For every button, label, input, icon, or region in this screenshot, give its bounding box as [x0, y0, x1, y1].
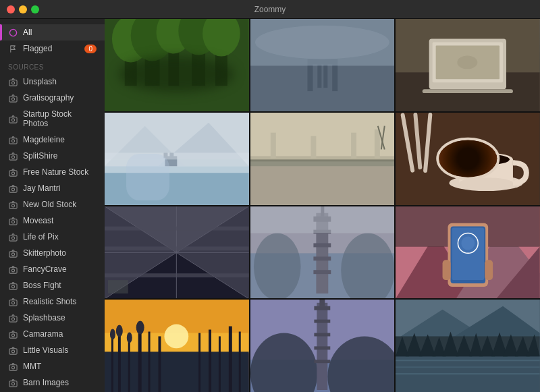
- all-icon: [8, 28, 18, 37]
- svg-rect-150: [219, 337, 221, 392]
- photo-cell-11[interactable]: [250, 300, 395, 392]
- svg-point-32: [11, 333, 14, 336]
- sidebar-item-fancycrave[interactable]: FancyCrave: [0, 261, 105, 277]
- svg-point-18: [11, 220, 14, 223]
- sidebar-flagged-label: Flagged: [23, 44, 52, 53]
- svg-point-36: [11, 366, 14, 368]
- sidebar-item-startup-stock[interactable]: Startup Stock Photos: [0, 106, 105, 132]
- svg-point-95: [463, 154, 510, 165]
- sidebar-item-jay-mantri[interactable]: Jay Mantri: [0, 180, 105, 196]
- sidebar-item-splitshire[interactable]: SplitShire: [0, 148, 105, 164]
- svg-rect-144: [128, 337, 130, 392]
- svg-rect-109: [105, 246, 249, 250]
- source-label: Free Nature Stock: [23, 167, 88, 177]
- camera-icon-mmt: [8, 362, 18, 371]
- svg-rect-5: [9, 117, 16, 122]
- sidebar-item-boss-fight[interactable]: Boss Fight: [0, 277, 105, 293]
- svg-point-0: [9, 29, 16, 36]
- camera-icon-unsplash: [8, 77, 18, 86]
- sidebar-item-life-of-pix[interactable]: Life of Pix: [0, 229, 105, 245]
- svg-point-30: [11, 317, 14, 320]
- photo-cell-1[interactable]: [105, 19, 249, 111]
- photo-cell-5[interactable]: [250, 113, 395, 205]
- svg-rect-111: [108, 280, 128, 293]
- sidebar: All Flagged 0 SOURCES Unsplash: [0, 19, 105, 392]
- svg-rect-123: [250, 206, 395, 233]
- camera-icon-magdeleine: [8, 135, 18, 144]
- camera-icon-free-nature: [8, 167, 18, 177]
- svg-rect-163: [314, 320, 330, 323]
- photo-cell-coffee[interactable]: [396, 113, 540, 205]
- svg-rect-151: [229, 327, 232, 392]
- svg-rect-136: [485, 260, 493, 280]
- svg-rect-9: [9, 154, 16, 159]
- sidebar-item-gratisography[interactable]: Gratisography: [0, 90, 105, 106]
- svg-point-28: [11, 301, 14, 304]
- camera-icon-jay: [8, 184, 18, 193]
- source-label: Boss Fight: [23, 281, 61, 290]
- sidebar-item-moveast[interactable]: Moveast: [0, 213, 105, 229]
- photo-cell-4[interactable]: [105, 113, 249, 205]
- svg-point-140: [164, 325, 188, 349]
- svg-rect-147: [159, 337, 161, 392]
- photo-cell-7[interactable]: [105, 206, 249, 299]
- svg-rect-120: [313, 256, 331, 260]
- sidebar-item-magdeleine[interactable]: Magdeleine: [0, 132, 105, 148]
- flagged-badge: 0: [84, 45, 97, 53]
- svg-point-8: [11, 139, 14, 142]
- svg-rect-135: [443, 260, 451, 280]
- svg-rect-55: [332, 64, 338, 91]
- svg-rect-167: [319, 300, 325, 306]
- svg-rect-21: [9, 251, 16, 256]
- titlebar: Zoommy: [0, 0, 540, 19]
- sidebar-item-new-old-stock[interactable]: New Old Stock: [0, 196, 105, 213]
- sidebar-item-flagged[interactable]: Flagged 0: [0, 40, 105, 57]
- minimize-button[interactable]: [19, 5, 27, 13]
- svg-rect-35: [9, 364, 16, 370]
- camera-icon-lop: [8, 232, 18, 242]
- svg-point-65: [458, 55, 478, 69]
- maximize-button[interactable]: [31, 5, 39, 13]
- photo-cell-2[interactable]: [250, 19, 395, 111]
- source-label: Jay Mantri: [23, 184, 60, 193]
- svg-rect-162: [314, 306, 330, 310]
- svg-rect-3: [9, 96, 16, 101]
- close-button[interactable]: [7, 5, 15, 13]
- sidebar-item-realistic-shots[interactable]: Realistic Shots: [0, 293, 105, 310]
- svg-rect-15: [9, 202, 16, 208]
- sidebar-item-little-visuals[interactable]: Little Visuals: [0, 342, 105, 358]
- svg-rect-172: [396, 354, 540, 392]
- svg-rect-29: [9, 316, 16, 321]
- source-label: Magdeleine: [23, 135, 65, 144]
- svg-rect-19: [9, 235, 16, 240]
- photo-cell-12[interactable]: [396, 300, 540, 392]
- sidebar-item-camarama[interactable]: Camarama: [0, 326, 105, 342]
- sidebar-item-splashbase[interactable]: Splashbase: [0, 310, 105, 326]
- svg-rect-145: [138, 327, 142, 392]
- photo-cell-9[interactable]: [396, 206, 540, 299]
- photo-cell-8[interactable]: [250, 206, 395, 299]
- camera-icon-nos: [8, 200, 18, 209]
- svg-point-10: [11, 155, 14, 158]
- sidebar-item-barn-images[interactable]: Barn Images: [0, 374, 105, 391]
- sidebar-item-unsplash[interactable]: Unsplash: [0, 74, 105, 90]
- sources-section-label: SOURCES: [0, 57, 105, 74]
- svg-rect-77: [250, 163, 395, 204]
- svg-rect-143: [118, 330, 121, 392]
- app-body: All Flagged 0 SOURCES Unsplash: [0, 19, 540, 392]
- svg-point-26: [11, 285, 14, 287]
- photo-grid: [105, 19, 540, 392]
- source-label: SplitShire: [23, 151, 57, 161]
- photo-cell-10[interactable]: [105, 300, 249, 392]
- sidebar-item-free-nature[interactable]: Free Nature Stock: [0, 164, 105, 180]
- svg-rect-56: [317, 64, 321, 88]
- photo-cell-3[interactable]: [396, 19, 540, 111]
- source-label: Barn Images: [23, 378, 69, 387]
- sidebar-item-mmt[interactable]: MMT: [0, 358, 105, 374]
- sidebar-item-skitterphoto[interactable]: Skitterphoto: [0, 245, 105, 261]
- app-title: Zoommy: [254, 5, 286, 14]
- svg-point-20: [11, 236, 14, 239]
- sidebar-item-all[interactable]: All: [0, 24, 105, 40]
- camera-icon-moveast: [8, 216, 18, 225]
- svg-point-59: [255, 26, 389, 59]
